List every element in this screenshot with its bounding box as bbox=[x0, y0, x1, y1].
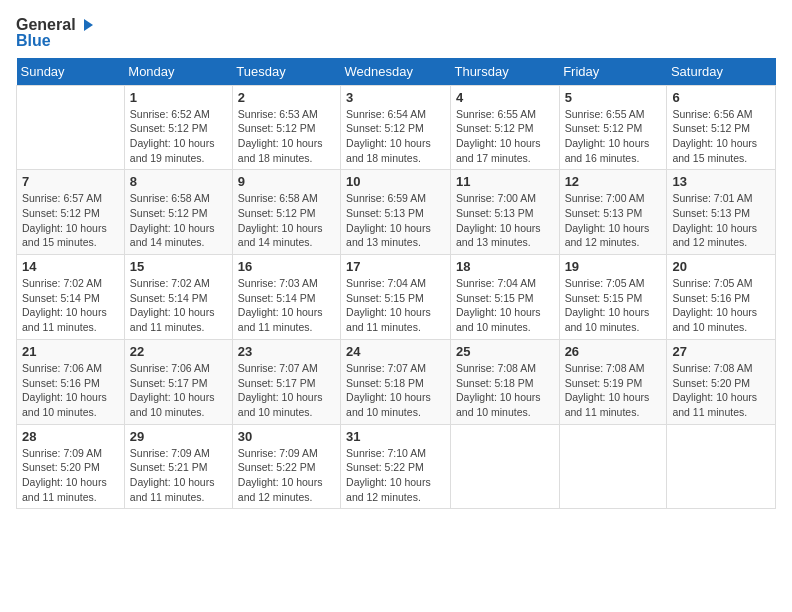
calendar-cell: 13Sunrise: 7:01 AMSunset: 5:13 PMDayligh… bbox=[667, 170, 776, 255]
calendar-week-1: 1Sunrise: 6:52 AMSunset: 5:12 PMDaylight… bbox=[17, 85, 776, 170]
day-number: 27 bbox=[672, 344, 770, 359]
day-info: Sunrise: 7:08 AMSunset: 5:19 PMDaylight:… bbox=[565, 361, 662, 420]
weekday-header-saturday: Saturday bbox=[667, 58, 776, 86]
day-number: 11 bbox=[456, 174, 554, 189]
day-info: Sunrise: 7:02 AMSunset: 5:14 PMDaylight:… bbox=[22, 276, 119, 335]
day-info: Sunrise: 6:59 AMSunset: 5:13 PMDaylight:… bbox=[346, 191, 445, 250]
logo-blue-text: Blue bbox=[16, 32, 51, 50]
page-header: General Blue bbox=[16, 16, 776, 50]
day-info: Sunrise: 6:58 AMSunset: 5:12 PMDaylight:… bbox=[130, 191, 227, 250]
day-info: Sunrise: 6:54 AMSunset: 5:12 PMDaylight:… bbox=[346, 107, 445, 166]
calendar-week-4: 21Sunrise: 7:06 AMSunset: 5:16 PMDayligh… bbox=[17, 339, 776, 424]
day-number: 22 bbox=[130, 344, 227, 359]
day-info: Sunrise: 7:03 AMSunset: 5:14 PMDaylight:… bbox=[238, 276, 335, 335]
day-info: Sunrise: 6:58 AMSunset: 5:12 PMDaylight:… bbox=[238, 191, 335, 250]
calendar-cell: 12Sunrise: 7:00 AMSunset: 5:13 PMDayligh… bbox=[559, 170, 667, 255]
calendar-cell: 7Sunrise: 6:57 AMSunset: 5:12 PMDaylight… bbox=[17, 170, 125, 255]
day-number: 25 bbox=[456, 344, 554, 359]
calendar-cell: 25Sunrise: 7:08 AMSunset: 5:18 PMDayligh… bbox=[450, 339, 559, 424]
calendar-cell: 20Sunrise: 7:05 AMSunset: 5:16 PMDayligh… bbox=[667, 255, 776, 340]
day-info: Sunrise: 7:06 AMSunset: 5:16 PMDaylight:… bbox=[22, 361, 119, 420]
day-number: 29 bbox=[130, 429, 227, 444]
day-number: 10 bbox=[346, 174, 445, 189]
calendar-cell: 4Sunrise: 6:55 AMSunset: 5:12 PMDaylight… bbox=[450, 85, 559, 170]
day-info: Sunrise: 6:56 AMSunset: 5:12 PMDaylight:… bbox=[672, 107, 770, 166]
day-number: 16 bbox=[238, 259, 335, 274]
day-info: Sunrise: 7:00 AMSunset: 5:13 PMDaylight:… bbox=[456, 191, 554, 250]
day-number: 9 bbox=[238, 174, 335, 189]
day-number: 18 bbox=[456, 259, 554, 274]
logo-container: General Blue bbox=[16, 16, 96, 50]
day-number: 23 bbox=[238, 344, 335, 359]
calendar-table: SundayMondayTuesdayWednesdayThursdayFrid… bbox=[16, 58, 776, 510]
weekday-header-wednesday: Wednesday bbox=[341, 58, 451, 86]
day-info: Sunrise: 7:09 AMSunset: 5:20 PMDaylight:… bbox=[22, 446, 119, 505]
svg-marker-0 bbox=[84, 19, 93, 31]
day-info: Sunrise: 7:08 AMSunset: 5:20 PMDaylight:… bbox=[672, 361, 770, 420]
calendar-cell: 1Sunrise: 6:52 AMSunset: 5:12 PMDaylight… bbox=[124, 85, 232, 170]
calendar-cell: 30Sunrise: 7:09 AMSunset: 5:22 PMDayligh… bbox=[232, 424, 340, 509]
calendar-cell bbox=[450, 424, 559, 509]
day-info: Sunrise: 7:09 AMSunset: 5:21 PMDaylight:… bbox=[130, 446, 227, 505]
calendar-cell: 8Sunrise: 6:58 AMSunset: 5:12 PMDaylight… bbox=[124, 170, 232, 255]
day-number: 20 bbox=[672, 259, 770, 274]
day-info: Sunrise: 6:55 AMSunset: 5:12 PMDaylight:… bbox=[565, 107, 662, 166]
calendar-cell: 10Sunrise: 6:59 AMSunset: 5:13 PMDayligh… bbox=[341, 170, 451, 255]
calendar-cell: 15Sunrise: 7:02 AMSunset: 5:14 PMDayligh… bbox=[124, 255, 232, 340]
day-info: Sunrise: 6:55 AMSunset: 5:12 PMDaylight:… bbox=[456, 107, 554, 166]
calendar-cell: 31Sunrise: 7:10 AMSunset: 5:22 PMDayligh… bbox=[341, 424, 451, 509]
day-info: Sunrise: 6:57 AMSunset: 5:12 PMDaylight:… bbox=[22, 191, 119, 250]
logo: General Blue bbox=[16, 16, 96, 50]
day-number: 24 bbox=[346, 344, 445, 359]
calendar-cell: 21Sunrise: 7:06 AMSunset: 5:16 PMDayligh… bbox=[17, 339, 125, 424]
calendar-week-5: 28Sunrise: 7:09 AMSunset: 5:20 PMDayligh… bbox=[17, 424, 776, 509]
calendar-cell: 14Sunrise: 7:02 AMSunset: 5:14 PMDayligh… bbox=[17, 255, 125, 340]
day-number: 1 bbox=[130, 90, 227, 105]
day-number: 30 bbox=[238, 429, 335, 444]
day-info: Sunrise: 7:10 AMSunset: 5:22 PMDaylight:… bbox=[346, 446, 445, 505]
weekday-header-sunday: Sunday bbox=[17, 58, 125, 86]
calendar-cell: 22Sunrise: 7:06 AMSunset: 5:17 PMDayligh… bbox=[124, 339, 232, 424]
calendar-cell: 3Sunrise: 6:54 AMSunset: 5:12 PMDaylight… bbox=[341, 85, 451, 170]
weekday-header-thursday: Thursday bbox=[450, 58, 559, 86]
weekday-header-tuesday: Tuesday bbox=[232, 58, 340, 86]
calendar-cell: 28Sunrise: 7:09 AMSunset: 5:20 PMDayligh… bbox=[17, 424, 125, 509]
calendar-cell: 29Sunrise: 7:09 AMSunset: 5:21 PMDayligh… bbox=[124, 424, 232, 509]
calendar-cell bbox=[17, 85, 125, 170]
calendar-cell: 24Sunrise: 7:07 AMSunset: 5:18 PMDayligh… bbox=[341, 339, 451, 424]
day-info: Sunrise: 7:01 AMSunset: 5:13 PMDaylight:… bbox=[672, 191, 770, 250]
calendar-cell: 19Sunrise: 7:05 AMSunset: 5:15 PMDayligh… bbox=[559, 255, 667, 340]
day-info: Sunrise: 7:05 AMSunset: 5:16 PMDaylight:… bbox=[672, 276, 770, 335]
day-info: Sunrise: 7:06 AMSunset: 5:17 PMDaylight:… bbox=[130, 361, 227, 420]
calendar-cell: 26Sunrise: 7:08 AMSunset: 5:19 PMDayligh… bbox=[559, 339, 667, 424]
day-number: 5 bbox=[565, 90, 662, 105]
calendar-cell: 18Sunrise: 7:04 AMSunset: 5:15 PMDayligh… bbox=[450, 255, 559, 340]
calendar-cell bbox=[667, 424, 776, 509]
logo-arrow-icon bbox=[78, 16, 96, 34]
day-info: Sunrise: 6:52 AMSunset: 5:12 PMDaylight:… bbox=[130, 107, 227, 166]
day-info: Sunrise: 7:00 AMSunset: 5:13 PMDaylight:… bbox=[565, 191, 662, 250]
day-number: 15 bbox=[130, 259, 227, 274]
weekday-header-row: SundayMondayTuesdayWednesdayThursdayFrid… bbox=[17, 58, 776, 86]
day-number: 26 bbox=[565, 344, 662, 359]
day-number: 13 bbox=[672, 174, 770, 189]
weekday-header-monday: Monday bbox=[124, 58, 232, 86]
day-info: Sunrise: 6:53 AMSunset: 5:12 PMDaylight:… bbox=[238, 107, 335, 166]
calendar-cell: 17Sunrise: 7:04 AMSunset: 5:15 PMDayligh… bbox=[341, 255, 451, 340]
day-info: Sunrise: 7:02 AMSunset: 5:14 PMDaylight:… bbox=[130, 276, 227, 335]
day-number: 31 bbox=[346, 429, 445, 444]
calendar-cell bbox=[559, 424, 667, 509]
day-number: 2 bbox=[238, 90, 335, 105]
day-number: 14 bbox=[22, 259, 119, 274]
day-info: Sunrise: 7:07 AMSunset: 5:18 PMDaylight:… bbox=[346, 361, 445, 420]
day-number: 8 bbox=[130, 174, 227, 189]
day-number: 21 bbox=[22, 344, 119, 359]
calendar-cell: 27Sunrise: 7:08 AMSunset: 5:20 PMDayligh… bbox=[667, 339, 776, 424]
day-number: 6 bbox=[672, 90, 770, 105]
day-number: 3 bbox=[346, 90, 445, 105]
calendar-cell: 23Sunrise: 7:07 AMSunset: 5:17 PMDayligh… bbox=[232, 339, 340, 424]
day-number: 19 bbox=[565, 259, 662, 274]
calendar-cell: 16Sunrise: 7:03 AMSunset: 5:14 PMDayligh… bbox=[232, 255, 340, 340]
day-info: Sunrise: 7:04 AMSunset: 5:15 PMDaylight:… bbox=[456, 276, 554, 335]
day-info: Sunrise: 7:05 AMSunset: 5:15 PMDaylight:… bbox=[565, 276, 662, 335]
